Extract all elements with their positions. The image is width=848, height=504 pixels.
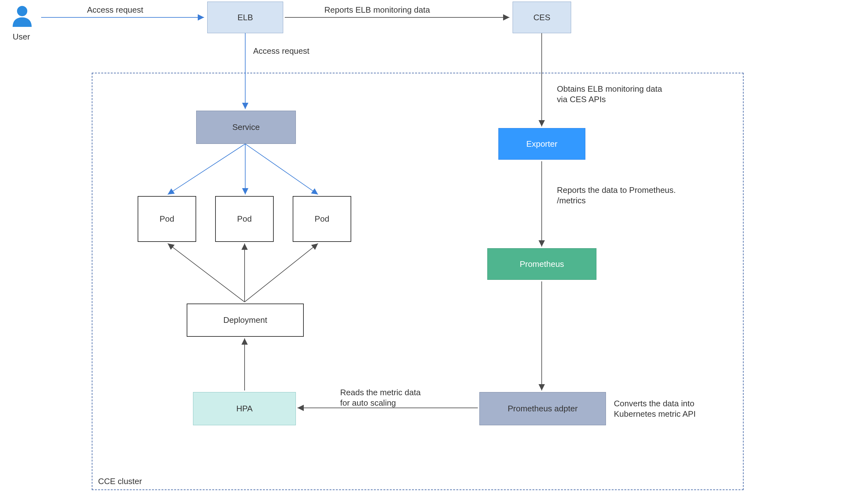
- node-pod-2-label: Pod: [237, 214, 252, 224]
- node-pod-1: Pod: [138, 196, 196, 242]
- node-pod-2: Pod: [215, 196, 274, 242]
- svg-line-8: [168, 144, 245, 195]
- node-pod-3-label: Pod: [314, 214, 329, 224]
- user-icon: [8, 2, 36, 32]
- node-prometheus: Prometheus: [487, 248, 596, 280]
- user-label: User: [13, 32, 30, 42]
- node-prometheus-label: Prometheus: [520, 259, 564, 269]
- node-exporter: Exporter: [498, 128, 585, 160]
- svg-point-14: [17, 6, 28, 16]
- connectors: [0, 0, 848, 504]
- edge-exporter-prom: Reports the data to Prometheus. /metrics: [557, 185, 676, 205]
- node-deployment: Deployment: [187, 304, 304, 337]
- svg-line-11: [168, 244, 245, 302]
- node-ces-label: CES: [534, 13, 550, 22]
- node-hpa: HPA: [193, 392, 296, 425]
- edge-elb-ces: Reports ELB monitoring data: [324, 5, 430, 15]
- edge-elb-service: Access request: [253, 46, 309, 56]
- node-hpa-label: HPA: [236, 404, 253, 414]
- node-elb-label: ELB: [237, 13, 253, 22]
- edge-adapter-hpa: Reads the metric data for auto scaling: [340, 387, 420, 408]
- edge-ces-exporter: Obtains ELB monitoring data via CES APIs: [557, 84, 662, 104]
- node-adapter-label: Prometheus adpter: [507, 404, 577, 414]
- node-pod-1-label: Pod: [159, 214, 174, 224]
- svg-line-13: [245, 244, 318, 302]
- svg-line-10: [245, 144, 318, 195]
- edge-adapter-annot: Converts the data into Kubernetes metric…: [614, 398, 696, 419]
- node-deployment-label: Deployment: [223, 315, 267, 325]
- node-service: Service: [196, 111, 296, 144]
- node-ces: CES: [513, 2, 571, 33]
- node-exporter-label: Exporter: [526, 139, 557, 149]
- node-adapter: Prometheus adpter: [479, 392, 606, 425]
- diagram-canvas: CCE cluster: [0, 0, 848, 504]
- node-pod-3: Pod: [293, 196, 351, 242]
- node-service-label: Service: [232, 122, 260, 132]
- edge-user-elb: Access request: [87, 5, 143, 15]
- node-elb: ELB: [207, 2, 283, 33]
